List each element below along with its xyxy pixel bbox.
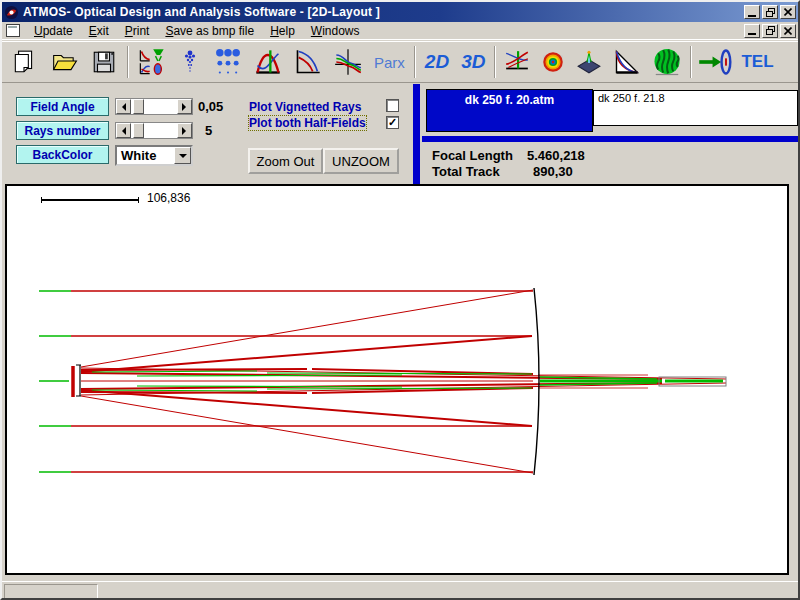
plot-vignetted-rays-label: Plot Vignetted Rays <box>249 100 361 114</box>
save-icon <box>91 49 117 75</box>
spot-matrix-button[interactable] <box>208 43 248 81</box>
toolbar-separator <box>494 46 496 78</box>
menu-print[interactable]: Print <box>117 23 158 39</box>
ray-fan-icon <box>253 48 283 76</box>
scale-bar <box>41 199 139 201</box>
ray-fan-button[interactable] <box>248 43 288 81</box>
menu-save-as-bmp[interactable]: Save as bmp file <box>157 23 262 39</box>
close-button[interactable] <box>780 5 796 19</box>
unzoom-button[interactable]: UNZOOM <box>323 148 399 174</box>
spot-matrix-icon <box>214 48 242 76</box>
wavefront-3d-icon <box>575 49 603 75</box>
restore-icon <box>766 26 775 35</box>
focal-length-value: 5.460,218 <box>527 148 585 163</box>
telescope-beam-icon <box>698 47 732 77</box>
app-window: ATMOS- Optical Design and Analysis Softw… <box>0 0 800 600</box>
file-list-box[interactable]: dk 250 f. 21.8 <box>593 90 798 126</box>
back-color-selected: White <box>117 148 174 163</box>
mtf-plot-icon <box>612 48 642 76</box>
menu-exit[interactable]: Exit <box>81 23 117 39</box>
restore-button[interactable] <box>762 5 778 19</box>
interferogram-button[interactable] <box>647 43 687 81</box>
telescope-beam-button[interactable] <box>695 43 735 81</box>
slider-thumb[interactable] <box>133 123 144 138</box>
interferogram-icon <box>652 47 682 77</box>
toolbar-separator <box>690 46 692 78</box>
title-bar: ATMOS- Optical Design and Analysis Softw… <box>2 2 798 22</box>
menu-update[interactable]: Update <box>26 23 81 39</box>
mdi-child-icon[interactable] <box>6 24 20 37</box>
zoom-out-button[interactable]: Zoom Out <box>248 148 323 174</box>
scale-bar-label: 106,836 <box>147 191 190 205</box>
restore-icon <box>766 8 775 17</box>
menu-help[interactable]: Help <box>262 23 303 39</box>
wavefront-fan-button[interactable] <box>328 43 368 81</box>
panel-divider <box>413 84 420 184</box>
minimize-icon <box>748 15 756 17</box>
child-restore-button[interactable] <box>762 24 778 38</box>
status-cell <box>4 584 98 599</box>
info-panel: dk 250 f. 20.atm dk 250 f. 21.8 Focal Le… <box>420 84 798 184</box>
field-curvature-icon <box>504 49 530 75</box>
field-angle-slider[interactable] <box>115 98 193 115</box>
plot-both-half-fields-label: Plot both Half-Fields <box>249 116 366 130</box>
longitudinal-aberration-button[interactable] <box>288 43 328 81</box>
new-document-icon <box>11 49 37 75</box>
status-bar <box>2 581 798 600</box>
current-file-box: dk 250 f. 20.atm <box>426 89 593 132</box>
view-2d-button[interactable]: 2D <box>419 43 455 81</box>
field-angle-button[interactable]: Field Angle <box>16 97 109 116</box>
slider-left-arrow-icon[interactable] <box>116 99 131 114</box>
parx-button[interactable]: Parx <box>368 43 411 81</box>
wavefront-fan-icon <box>333 48 363 76</box>
total-track-label: Total Track <box>432 164 500 179</box>
back-color-dropdown[interactable]: White <box>115 145 193 166</box>
dropdown-arrow-icon[interactable] <box>174 147 191 164</box>
minimize-button[interactable] <box>744 5 760 19</box>
psf-button[interactable] <box>535 43 571 81</box>
save-button[interactable] <box>84 43 124 81</box>
slider-right-arrow-icon[interactable] <box>177 99 192 114</box>
ray-trace-diagram <box>7 186 787 573</box>
new-document-button[interactable] <box>4 43 44 81</box>
field-curvature-button[interactable] <box>499 43 535 81</box>
child-close-button[interactable] <box>780 24 796 38</box>
open-file-button[interactable] <box>44 43 84 81</box>
longitudinal-aberration-icon <box>294 48 322 76</box>
focal-length-label: Focal Length <box>432 148 513 163</box>
slider-left-arrow-icon[interactable] <box>116 123 131 138</box>
analysis-windows-button[interactable] <box>132 43 172 81</box>
analysis-windows-icon <box>138 48 166 76</box>
mtf-button[interactable] <box>607 43 647 81</box>
slider-thumb[interactable] <box>133 99 144 114</box>
open-file-icon <box>51 49 78 75</box>
rays-number-value: 5 <box>205 123 212 138</box>
toolbar-separator <box>127 46 129 78</box>
app-icon <box>4 5 19 20</box>
minimize-icon <box>748 33 756 35</box>
window-title: ATMOS- Optical Design and Analysis Softw… <box>23 5 740 19</box>
status-cell <box>100 584 796 599</box>
rays-number-slider[interactable] <box>115 122 193 139</box>
field-angle-value: 0,05 <box>198 99 223 114</box>
toolbar-separator <box>414 46 416 78</box>
info-divider <box>422 136 799 142</box>
child-minimize-button[interactable] <box>744 24 760 38</box>
plot-vignetted-rays-checkbox[interactable] <box>386 99 399 112</box>
rays-number-button[interactable]: Rays number <box>16 121 109 140</box>
total-track-value: 890,30 <box>533 164 573 179</box>
close-icon <box>784 27 792 35</box>
plot-both-half-fields-checkbox[interactable]: ✓ <box>386 116 399 129</box>
toolbar: Parx 2D 3D <box>2 41 798 83</box>
layout-canvas: 106,836 <box>5 184 789 575</box>
tel-button[interactable]: TEL <box>735 43 779 81</box>
menu-windows[interactable]: Windows <box>303 23 368 39</box>
wavefront-3d-button[interactable] <box>571 43 607 81</box>
view-3d-button[interactable]: 3D <box>455 43 491 81</box>
close-icon <box>784 8 792 16</box>
menu-bar: Update Exit Print Save as bmp file Help … <box>2 22 798 40</box>
psf-rings-icon <box>539 49 567 75</box>
spot-diagram-button[interactable] <box>172 43 208 81</box>
slider-right-arrow-icon[interactable] <box>177 123 192 138</box>
back-color-button[interactable]: BackColor <box>16 145 109 164</box>
